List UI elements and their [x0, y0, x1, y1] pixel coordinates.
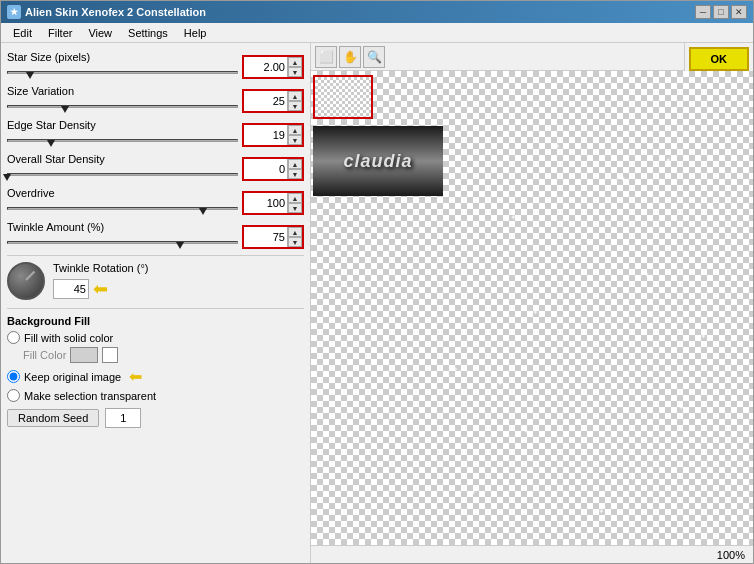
twinkle-amount-down[interactable]: ▼ — [288, 237, 302, 247]
edge-star-slider[interactable] — [7, 133, 238, 147]
overdrive-slider-line — [7, 201, 238, 215]
rotation-input-group: ⬅ — [53, 278, 149, 300]
size-variation-slider[interactable] — [7, 99, 238, 113]
twinkle-amount-slider[interactable] — [7, 235, 238, 249]
menu-edit[interactable]: Edit — [5, 25, 40, 41]
size-variation-spin-group: ▲ ▼ — [242, 89, 304, 113]
star-size-row: Star Size (pixels) ▲ ▼ — [7, 51, 304, 79]
overall-star-up[interactable]: ▲ — [288, 159, 302, 169]
overdrive-slider[interactable] — [7, 201, 238, 215]
twinkle-amount-row: Twinkle Amount (%) ▲ ▼ — [7, 221, 304, 249]
fill-solid-row: Fill with solid color — [7, 331, 304, 344]
edge-star-up[interactable]: ▲ — [288, 125, 302, 135]
edge-star-spin-group: ▲ ▼ — [242, 123, 304, 147]
thumbnail-area — [313, 75, 373, 119]
edge-star-input[interactable] — [244, 125, 288, 145]
toolbar-select-btn[interactable]: ⬜ — [315, 46, 337, 68]
keep-original-arrow-icon: ⬅ — [129, 367, 142, 386]
star-size-slider[interactable] — [7, 65, 238, 79]
size-variation-up[interactable]: ▲ — [288, 91, 302, 101]
size-variation-track — [7, 105, 238, 108]
close-button[interactable]: ✕ — [731, 5, 747, 19]
window-title: Alien Skin Xenofex 2 Constellation — [25, 6, 206, 18]
overall-star-input[interactable] — [244, 159, 288, 179]
fill-solid-label: Fill with solid color — [24, 332, 113, 344]
fill-color-swatch[interactable] — [70, 347, 98, 363]
fill-solid-radio[interactable] — [7, 331, 20, 344]
size-variation-input[interactable] — [244, 91, 288, 111]
star-size-input[interactable] — [244, 57, 288, 77]
size-variation-label-slider: Size Variation — [7, 85, 238, 113]
background-fill-title: Background Fill — [7, 315, 304, 327]
menu-filter[interactable]: Filter — [40, 25, 80, 41]
twinkle-amount-slider-line — [7, 235, 238, 249]
edge-star-down[interactable]: ▼ — [288, 135, 302, 145]
title-bar-left: ★ Alien Skin Xenofex 2 Constellation — [7, 5, 206, 19]
size-variation-label: Size Variation — [7, 85, 238, 97]
star-size-spin-group: ▲ ▼ — [242, 55, 304, 79]
divider-1 — [7, 255, 304, 256]
preview-area: claudia ✦ ✦ ✦ ✦ ✦ ✦ ✦ ✦ ✦ ✦ ✦ ✦ — [311, 71, 753, 545]
overall-star-slider[interactable] — [7, 167, 238, 181]
overdrive-input[interactable] — [244, 193, 288, 213]
overdrive-label-slider: Overdrive — [7, 187, 238, 215]
twinkle-rotation-input[interactable] — [53, 279, 89, 299]
random-seed-row: Random Seed — [7, 408, 304, 428]
size-variation-down[interactable]: ▼ — [288, 101, 302, 111]
size-variation-slider-line — [7, 99, 238, 113]
make-transparent-radio[interactable] — [7, 389, 20, 402]
star-size-down[interactable]: ▼ — [288, 67, 302, 77]
overdrive-up[interactable]: ▲ — [288, 193, 302, 203]
edge-star-label: Edge Star Density — [7, 119, 238, 131]
dial-line — [25, 271, 35, 281]
fill-color-row: Fill Color — [23, 347, 304, 363]
twinkle-amount-label-slider: Twinkle Amount (%) — [7, 221, 238, 249]
random-seed-input[interactable] — [105, 408, 141, 428]
overdrive-down[interactable]: ▼ — [288, 203, 302, 213]
preview-image: claudia — [313, 126, 443, 196]
overdrive-label: Overdrive — [7, 187, 238, 199]
toolbar-pan-btn[interactable]: ✋ — [339, 46, 361, 68]
edge-star-density-row: Edge Star Density ▲ ▼ — [7, 119, 304, 147]
overall-star-density-row: Overall Star Density ▲ ▼ — [7, 153, 304, 181]
edge-star-track — [7, 139, 238, 142]
fill-color-white-swatch[interactable] — [102, 347, 118, 363]
star-size-label-slider: Star Size (pixels) — [7, 51, 238, 79]
star-size-up[interactable]: ▲ — [288, 57, 302, 67]
main-content: Star Size (pixels) ▲ ▼ — [1, 43, 753, 563]
star-size-slider-line — [7, 65, 238, 79]
twinkle-amount-spins: ▲ ▼ — [288, 227, 302, 247]
minimize-button[interactable]: ─ — [695, 5, 711, 19]
overall-star-spins: ▲ ▼ — [288, 159, 302, 179]
overall-star-down[interactable]: ▼ — [288, 169, 302, 179]
size-variation-row: Size Variation ▲ ▼ — [7, 85, 304, 113]
make-transparent-label: Make selection transparent — [24, 390, 156, 402]
overall-star-spin-group: ▲ ▼ — [242, 157, 304, 181]
twinkle-amount-up[interactable]: ▲ — [288, 227, 302, 237]
menu-settings[interactable]: Settings — [120, 25, 176, 41]
menu-help[interactable]: Help — [176, 25, 215, 41]
keep-original-radio[interactable] — [7, 370, 20, 383]
status-bar: 100% — [311, 545, 753, 563]
edge-star-slider-line — [7, 133, 238, 147]
twinkle-amount-label: Twinkle Amount (%) — [7, 221, 238, 233]
star-size-track — [7, 71, 238, 74]
rotation-dial[interactable] — [7, 262, 45, 300]
toolbar-zoom-btn[interactable]: 🔍 — [363, 46, 385, 68]
star-size-spins: ▲ ▼ — [288, 57, 302, 77]
keep-original-label: Keep original image — [24, 371, 121, 383]
background-fill-section: Background Fill Fill with solid color Fi… — [7, 315, 304, 402]
twinkle-amount-input[interactable] — [244, 227, 288, 247]
right-panel: OK Cancel ⬜ ✋ 🔍 claudia — [311, 43, 753, 563]
random-seed-button[interactable]: Random Seed — [7, 409, 99, 427]
size-variation-thumb — [61, 106, 69, 113]
ok-button[interactable]: OK — [689, 47, 750, 71]
menu-view[interactable]: View — [80, 25, 120, 41]
twinkle-amount-spin-group: ▲ ▼ — [242, 225, 304, 249]
zoom-level: 100% — [717, 549, 745, 561]
overdrive-spins: ▲ ▼ — [288, 193, 302, 213]
rotation-arrow-icon: ⬅ — [93, 278, 108, 300]
overall-star-label-slider: Overall Star Density — [7, 153, 238, 181]
overdrive-thumb — [199, 208, 207, 215]
maximize-button[interactable]: □ — [713, 5, 729, 19]
